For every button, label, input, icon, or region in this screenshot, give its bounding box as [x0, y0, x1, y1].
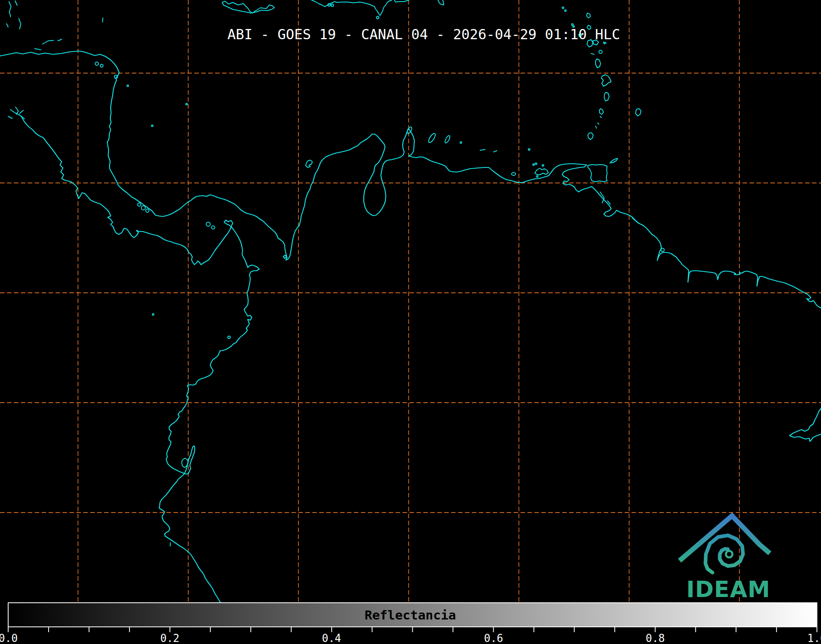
island-barbados	[636, 109, 641, 116]
island-san-andres	[102, 18, 103, 22]
colorbar: Reflectancia 0.0 0.2 0.4 0.6 0.8 1.0	[0, 603, 821, 644]
island-small	[186, 103, 187, 105]
coastlines	[0, 51, 821, 603]
island-small	[331, 4, 334, 7]
islands-los-testigos	[533, 164, 534, 165]
colorbar-tick-label: 1.0	[808, 632, 821, 644]
logo-spiral-icon	[705, 535, 743, 573]
islands-los-testigos	[535, 163, 537, 165]
ideam-logo: IDEAM	[681, 516, 770, 602]
island-margarita	[535, 168, 548, 175]
colorbar-tick-label: 0.0	[0, 632, 18, 644]
coastline-caribbean-south-america	[0, 51, 821, 308]
bocas-islands	[146, 209, 149, 212]
satellite-image-viewer: ABI - GOES 19 - CANAL 04 - 2026-04-29 01…	[0, 0, 821, 644]
colorbar-tick-label: 0.8	[646, 632, 665, 644]
island-grenada	[588, 133, 593, 140]
island-st-lucia	[604, 92, 609, 101]
islands-los-roques	[480, 149, 497, 152]
island-small	[565, 10, 566, 11]
island-small	[328, 4, 330, 6]
island-trinidad	[588, 165, 607, 182]
island-tobago	[610, 158, 618, 163]
island-small	[572, 24, 573, 25]
colorbar-tick-label: 0.2	[160, 632, 180, 644]
pearl-islands	[206, 222, 210, 226]
bocas-islands	[141, 206, 145, 210]
island-small	[599, 50, 602, 53]
island-small	[127, 85, 129, 87]
island-small	[528, 149, 530, 150]
coastline-lagoon-sliver	[632, 218, 638, 223]
island-jamaica	[222, 1, 274, 13]
island-small	[536, 176, 538, 177]
lake-nicaragua	[8, 107, 24, 119]
islands-los-testigos	[542, 165, 544, 166]
island-small	[376, 16, 379, 19]
map-title: ABI - GOES 19 - CANAL 04 - 2026-04-29 01…	[227, 26, 620, 42]
miskito-cays	[35, 39, 62, 50]
island-small	[661, 248, 664, 252]
island-antilles-north	[587, 13, 590, 18]
island-small	[460, 142, 462, 143]
island-bonaire	[444, 135, 451, 143]
bocas-islands	[138, 203, 141, 206]
island-dominica	[596, 59, 601, 68]
coastline-atrato-delta	[306, 160, 312, 167]
island-fragments-topleft	[7, 1, 21, 29]
colorbar-tick-label: 0.6	[484, 632, 503, 644]
island-small	[151, 125, 153, 127]
colorbar-tick-label: 0.4	[322, 632, 341, 644]
pearl-islands	[211, 226, 215, 229]
orinoco-channels	[600, 192, 610, 204]
island-hispaniola-coast	[311, 0, 409, 16]
island-small	[562, 7, 564, 9]
island-la-tortuga	[512, 173, 516, 176]
coastline-river-mouth-southeast	[790, 408, 821, 441]
colorbar-label: Reflectancia	[365, 608, 456, 622]
island-st-vincent	[599, 109, 603, 114]
island-small	[95, 62, 98, 65]
logo-spiral-eye	[726, 551, 732, 557]
coastline-pacific-south-america	[21, 116, 259, 603]
islands	[7, 0, 641, 546]
island-martinique	[601, 75, 611, 86]
island-curacao	[427, 132, 436, 143]
graticule-grid	[0, 0, 821, 603]
colorbar-ticks	[8, 627, 817, 632]
island-small	[100, 65, 103, 67]
island-puerto-rico	[438, 0, 444, 5]
island-gorgona	[228, 336, 230, 339]
island-malpelo	[152, 314, 154, 315]
islands-grenadines	[596, 116, 601, 128]
logo-text: IDEAM	[686, 576, 770, 602]
